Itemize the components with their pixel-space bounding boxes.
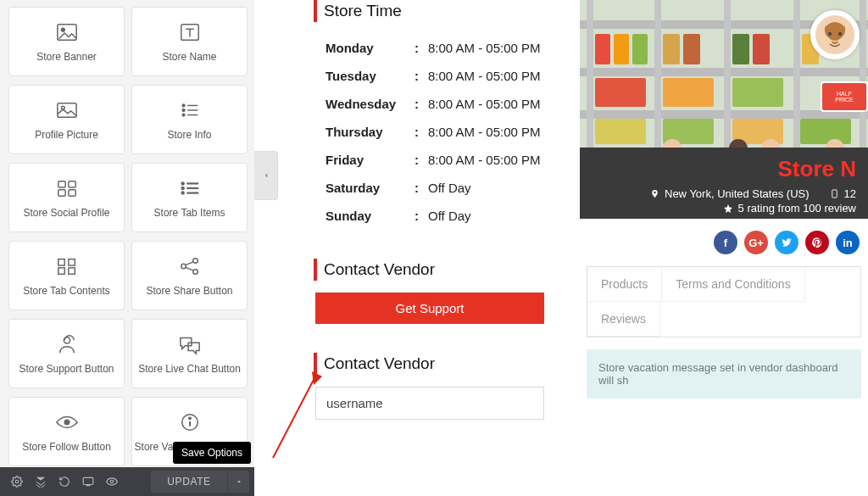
- day-label: Friday: [326, 153, 415, 167]
- google-plus-button[interactable]: G+: [744, 231, 768, 254]
- hours-row: Friday:8:00 AM - 05:00 PM: [326, 146, 561, 174]
- svg-rect-13: [58, 190, 64, 196]
- svg-line-28: [185, 262, 192, 265]
- vendor-avatar: [810, 10, 860, 59]
- svg-rect-3: [57, 103, 75, 118]
- widget-label: Store Share Button: [146, 285, 232, 297]
- svg-rect-14: [68, 190, 75, 196]
- history-button[interactable]: [53, 470, 76, 493]
- svg-point-43: [828, 32, 832, 36]
- svg-point-31: [64, 420, 70, 425]
- day-label: Thursday: [326, 125, 415, 139]
- contact-vendor-support-heading: Contact Vendor: [314, 259, 561, 281]
- grid-squares-icon: [54, 254, 80, 278]
- text-icon: [177, 20, 203, 44]
- svg-rect-12: [68, 181, 75, 187]
- day-label: Tuesday: [326, 69, 415, 83]
- widget-card[interactable]: Store Share Button: [131, 241, 248, 310]
- colon: :: [415, 125, 428, 139]
- svg-rect-21: [58, 259, 64, 265]
- day-label: Wednesday: [326, 97, 415, 111]
- svg-point-17: [181, 192, 184, 194]
- widget-card[interactable]: Store Support Button: [8, 319, 125, 388]
- star-icon: [723, 203, 733, 214]
- svg-point-34: [188, 417, 190, 419]
- grid-four-icon: [54, 176, 80, 200]
- svg-point-1: [61, 28, 64, 31]
- get-support-button[interactable]: Get Support: [315, 293, 544, 324]
- widget-card[interactable]: Store Follow Button: [8, 397, 125, 466]
- editor-footer-bar: UPDATE Save Options: [0, 467, 254, 496]
- day-label: Saturday: [326, 181, 415, 195]
- widget-card[interactable]: Store Banner: [8, 7, 125, 76]
- widget-card[interactable]: Store Tab Contents: [8, 241, 125, 310]
- widget-card[interactable]: Profile Picture: [8, 85, 125, 154]
- widget-label: Store Info: [167, 129, 211, 141]
- colon: :: [415, 41, 428, 55]
- svg-rect-22: [68, 259, 74, 265]
- widget-card[interactable]: Store Live Chat Button: [131, 319, 248, 388]
- widget-card[interactable]: Store Info: [131, 85, 248, 154]
- list-lines-icon: [177, 176, 203, 200]
- store-tab[interactable]: Terms and Conditions: [662, 267, 804, 302]
- facebook-button[interactable]: f: [714, 231, 737, 254]
- widget-label: Store Follow Button: [22, 441, 111, 453]
- svg-point-25: [181, 264, 186, 269]
- half-price-text-bottom: PRICE: [835, 97, 853, 103]
- store-time-heading: Store Time: [314, 0, 561, 22]
- hours-row: Saturday:Off Day: [326, 174, 561, 202]
- update-chevron-button[interactable]: [227, 471, 249, 493]
- update-button[interactable]: UPDATE: [151, 471, 227, 493]
- store-preview-panel: HALF PRICE Store N New York, United Stat…: [580, 0, 868, 496]
- navigator-button[interactable]: [29, 470, 53, 493]
- widget-label: Store Support Button: [19, 363, 114, 375]
- svg-point-15: [181, 182, 184, 185]
- store-time-section: Store Time Monday:8:00 AM - 05:00 PMTues…: [314, 0, 561, 230]
- time-text: Off Day: [428, 181, 471, 195]
- contact-name-input[interactable]: [315, 387, 544, 420]
- contact-vendor-form-section: Contact Vendor: [314, 353, 561, 420]
- svg-point-6: [182, 109, 185, 112]
- twitter-button[interactable]: [775, 231, 798, 254]
- settings-gear-button[interactable]: [5, 470, 29, 493]
- widget-card[interactable]: Store Tab Items: [131, 163, 248, 232]
- widget-list: Store BannerStore NameProfile PictureSto…: [0, 0, 254, 467]
- svg-point-4: [61, 106, 64, 109]
- eye-icon: [54, 410, 80, 434]
- hours-row: Sunday:Off Day: [326, 202, 561, 230]
- store-hours-list: Monday:8:00 AM - 05:00 PMTuesday:8:00 AM…: [314, 34, 561, 230]
- half-price-badge: HALF PRICE: [821, 81, 868, 112]
- svg-rect-24: [68, 268, 74, 274]
- store-tab[interactable]: Products: [587, 267, 662, 302]
- store-name-text: Store N: [592, 156, 856, 182]
- preview-eye-button[interactable]: [100, 470, 124, 493]
- store-tab[interactable]: Reviews: [587, 302, 660, 337]
- time-text: 8:00 AM - 05:00 PM: [428, 69, 541, 83]
- responsive-button[interactable]: [76, 470, 100, 493]
- linkedin-button[interactable]: in: [836, 231, 860, 254]
- rating-text: 5 rating from 100 review: [738, 202, 856, 215]
- share-icon: [177, 254, 203, 278]
- svg-rect-45: [832, 190, 837, 198]
- svg-rect-36: [83, 477, 93, 484]
- list-dots-icon: [177, 98, 203, 122]
- widget-label: Store Tab Contents: [23, 285, 110, 297]
- widget-label: Store Tab Items: [154, 207, 225, 219]
- day-label: Sunday: [326, 209, 415, 223]
- svg-rect-11: [58, 181, 64, 187]
- hours-row: Thursday:8:00 AM - 05:00 PM: [326, 118, 561, 146]
- pinterest-button[interactable]: [805, 231, 829, 254]
- svg-point-37: [110, 480, 114, 483]
- phone-icon: [830, 189, 839, 198]
- svg-point-5: [182, 104, 185, 107]
- svg-point-26: [192, 259, 198, 264]
- widget-label: Store Name: [162, 51, 216, 63]
- widget-card[interactable]: Store Social Profile: [8, 163, 125, 232]
- svg-point-44: [838, 32, 842, 36]
- time-text: 8:00 AM - 05:00 PM: [428, 153, 541, 167]
- widget-card[interactable]: Store Name: [131, 7, 248, 76]
- half-price-text-top: HALF: [837, 91, 852, 97]
- widget-label: Store Live Chat Button: [138, 363, 241, 375]
- colon: :: [415, 153, 428, 167]
- sidebar-collapse-handle[interactable]: [254, 151, 278, 200]
